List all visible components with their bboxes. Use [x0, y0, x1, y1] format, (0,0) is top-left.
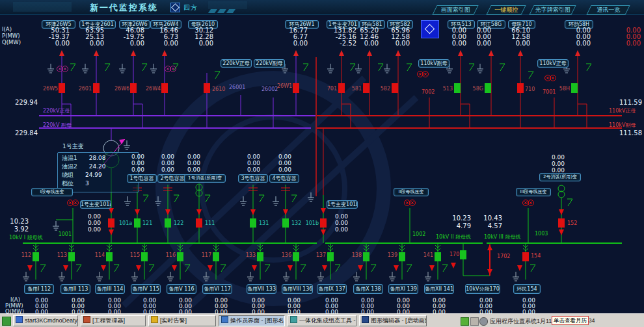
feeder-tag: 141 — [419, 252, 433, 258]
breaker-tag: 710 — [525, 86, 535, 92]
tx-lv-button[interactable]: 1号主变101a — [80, 200, 111, 209]
unit-button[interactable]: 2号消弧(所用)变 — [539, 173, 581, 181]
pan-navigator-icon[interactable] — [421, 20, 439, 38]
feeder-button[interactable]: 备用III 114 — [95, 284, 125, 294]
breaker-tag: 111 — [205, 220, 215, 226]
value-cell: 0.00 — [541, 161, 565, 167]
breaker-tag: 581 — [347, 86, 362, 92]
switch-tag: 1003 — [535, 231, 548, 237]
bus-text: 220kV正母 — [43, 108, 70, 114]
feeder-button[interactable]: 备用II 113 — [60, 284, 90, 294]
feeder-button[interactable]: 备用VIII 136 — [282, 284, 313, 294]
bus10-voltage: 10.23 — [448, 215, 471, 222]
value-cell: 0.00 — [121, 166, 144, 173]
feeder-button[interactable]: 备用XII 141 — [424, 284, 454, 294]
value-cell: 0.00 — [46, 40, 70, 47]
bus-voltage: 111.58 — [619, 130, 642, 137]
pt-label[interactable]: I段母线压变 — [31, 188, 73, 196]
bus10-label: 10kV II 段母线 — [436, 234, 471, 240]
value-cell: 0.00 — [237, 153, 260, 160]
feeder-tag: 116 — [161, 252, 176, 258]
show-desktop-icon[interactable] — [2, 317, 11, 326]
breaker-tag: 2610 — [212, 86, 225, 92]
breaker-tag: 58G — [469, 86, 483, 92]
breaker-tag: 131 — [259, 220, 269, 226]
value-cell: 0.00 — [567, 40, 591, 47]
vendor-logo-text: 四方 — [183, 3, 198, 12]
menu-system[interactable]: 系统 — [525, 317, 537, 326]
pt-label[interactable]: II段母线压变 — [394, 188, 429, 196]
taskbar-item[interactable]: 一体化集成组态工具 - [... — [288, 315, 356, 326]
menu-places[interactable]: 位置 — [513, 317, 525, 326]
value-cell: 0.00 — [237, 160, 260, 166]
feeder-button[interactable]: 备用I 112 — [24, 284, 54, 294]
bus-label-220-main[interactable]: 220kV正母 — [221, 59, 252, 68]
feeder-tag: 138 — [347, 252, 362, 258]
tx-lv-button[interactable]: 1号主变101b — [327, 200, 358, 209]
nav-light-board-index[interactable]: 光字牌索引图 — [529, 5, 576, 15]
feeder-button[interactable]: 10kV分段170 — [465, 284, 500, 294]
feeder-button[interactable]: 备用VII 133 — [247, 284, 276, 294]
tray-volume-icon[interactable] — [479, 317, 488, 326]
meas-label-reactive-power: Q(MW) — [2, 40, 21, 46]
bus-label-110-main[interactable]: 110kV正母 — [537, 59, 569, 68]
taskbar-item-active[interactable]: 操作员界面 - [图形名：... — [219, 315, 285, 326]
breaker-tag: 170 — [449, 252, 459, 257]
taskbar-item[interactable]: [实时告警] — [148, 315, 216, 326]
taskbar-item[interactable]: [工程管理器] — [81, 315, 146, 326]
unit-button[interactable]: 4号电容器 — [269, 174, 299, 183]
feeder-tag: 112 — [17, 252, 31, 258]
bus-text: 110kV正母 — [609, 108, 636, 114]
tx-field-label: 油温2 — [62, 163, 77, 171]
value-cell: 0.00 — [155, 40, 178, 47]
feeder-button[interactable]: 备用X 138 — [353, 284, 383, 294]
calendar-tooltip: 单击查看月历 — [552, 316, 589, 325]
feeder-button[interactable]: 备用IV 115 — [131, 284, 161, 294]
breaker-tag: 58H — [556, 86, 570, 92]
graphic-editor-icon — [362, 316, 369, 323]
bus-label-220-aux[interactable]: 220kV副母 — [254, 59, 285, 68]
nav-one-key-control[interactable]: 一键顺控 — [486, 5, 526, 15]
value-cell: 0.00 — [325, 213, 348, 220]
unit-button[interactable]: 2号电容器 — [157, 174, 187, 183]
nav-comm-overview[interactable]: 通讯一览 — [586, 5, 630, 15]
breaker-tag: 101b — [304, 220, 319, 226]
value-cell: -2.52 — [333, 40, 356, 47]
feeder-tag: 115 — [126, 252, 140, 258]
tray-keyboard-icon[interactable] — [470, 317, 479, 326]
bus-voltage: 229.84 — [14, 130, 38, 137]
tx-field-label: 档位 — [62, 179, 74, 188]
tx-field-value: 24.20 — [89, 163, 106, 171]
value-cell: 0.00 — [121, 40, 144, 47]
feeder-button[interactable]: 备用V 116 — [167, 284, 196, 294]
switch-tag: 7001 — [543, 89, 556, 95]
breaker-tag: 101a — [119, 220, 132, 226]
breaker-tag: 122 — [174, 220, 183, 226]
bus-text: 220kV 副母 — [43, 122, 72, 128]
value-cell: 0.00 — [121, 160, 144, 166]
feeder-button[interactable]: 环民154 — [513, 284, 541, 294]
pt-label[interactable]: III段母线压变 — [516, 188, 551, 196]
value-cell: 0.00 — [77, 220, 101, 226]
menu-applications[interactable]: 应用程序 — [490, 317, 513, 326]
value-cell: 0.00 — [325, 226, 348, 233]
bus-label-110-aux[interactable]: 110kV副母 — [418, 59, 449, 68]
breaker-tag: 26W5 — [43, 86, 57, 92]
unit-button[interactable]: 1号消弧(所用)变 — [184, 174, 226, 183]
unit-button[interactable]: 3号电容器 — [238, 174, 268, 183]
value-cell: 0.00 — [325, 220, 348, 226]
feeder-button[interactable]: 备用IX 137 — [317, 284, 347, 294]
tray-date[interactable]: 1月11 — [537, 317, 552, 326]
taskbar-item[interactable]: 图形编辑器 - [启动画面::... — [359, 315, 427, 326]
value-cell: 0.00 — [151, 160, 174, 166]
nav-screen-index[interactable]: 画面索引图 — [432, 5, 478, 15]
feeder-button[interactable]: 备用VI 117 — [202, 284, 232, 294]
taskbar-item[interactable]: start3KCmdnoDeaty.sh — [13, 315, 78, 326]
feeder-tag: 117 — [197, 252, 211, 258]
feeder-button[interactable]: 备用XI 139 — [388, 284, 418, 294]
value-cell: 0.00 — [177, 153, 200, 160]
value-cell: 0.00 — [81, 40, 104, 47]
tray-app-icon[interactable] — [461, 317, 469, 326]
breaker-tag: 26W6 — [114, 86, 129, 92]
unit-button[interactable]: 1号电容器 — [127, 174, 157, 183]
